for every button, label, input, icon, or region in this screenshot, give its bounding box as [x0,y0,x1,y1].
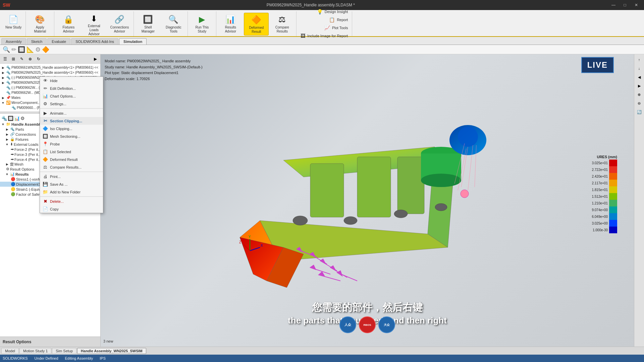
study-icon-3[interactable]: 📊 [14,116,20,121]
fixtures-advisor-button[interactable]: 🔒 Fixtures Advisor [56,13,80,36]
ctx-iso-clipping[interactable]: 🔷 Iso Clipping... [40,125,103,132]
external-loads-advisor-button[interactable]: ⬇ External Loads Advisor [82,13,106,36]
svg-text:X: X [261,244,263,247]
right-btn-5[interactable]: ⊕ [635,90,643,99]
external-loads-label: External Loads Advisor [84,24,104,36]
toolbar-icon-5[interactable]: ⚙ [35,46,41,53]
ctx-settings[interactable]: ⚙ Settings... [40,100,103,108]
right-btn-6[interactable]: ⊖ [635,99,643,107]
tree-item-assembly1[interactable]: ▶ 🔩 PM009661WN2025_Handle assembly<1> (P… [0,65,100,70]
shell-manager-button[interactable]: 🔲 Shell Manager [136,13,160,36]
fixtures-advisor-label: Fixtures Advisor [58,25,78,34]
right-btn-2[interactable]: ↓ [635,64,643,72]
svg-point-11 [435,203,447,211]
live-badge: LIVE [581,57,614,73]
bottom-tab-motion[interactable]: Motion Study 1 [19,348,51,354]
tab-addins[interactable]: SOLIDWORKS Add-Ins [71,38,118,45]
toolbar-icon-1[interactable]: 🔍 [3,46,10,53]
close-btn[interactable]: ✕ [631,2,641,8]
svg-rect-8 [397,157,424,214]
toolbar-icon-3[interactable]: 🔲 [18,46,25,53]
deformed-result-button[interactable]: 🔶 Deformed Result [244,13,269,36]
design-insight-icon: 💡 [317,9,323,14]
maximize-btn[interactable]: □ [620,2,630,8]
minimize-btn[interactable]: — [608,2,619,8]
panel-collapse-btn[interactable]: ▶ [92,55,99,63]
bottom-tab-handle[interactable]: Handle Assembly_WN2025_SWSIM [77,348,146,354]
legend-row: 1.210e+01 [583,200,617,206]
ctx-sep-2 [40,172,103,172]
right-btn-3[interactable]: ◀ [635,73,643,81]
ribbon: 📄 New Study 🎨 Apply Material 🔒 Fixtures … [0,10,644,37]
ctx-hide[interactable]: 👁 Hide [40,77,103,84]
study-icon-1[interactable]: 🔩 [1,116,7,121]
right-btn-7[interactable]: 🔄 [635,108,643,116]
bottom-tab-sim-setup[interactable]: Sim Setup [52,348,76,354]
ctx-add-folder[interactable]: 📁 Add to New Folder [40,188,103,196]
right-btn-1[interactable]: ↑ [635,56,643,64]
ctx-probe[interactable]: 📍 Probe [40,140,103,148]
fixtures-advisor-icon: 🔒 [63,14,74,25]
viewport[interactable]: Model name: PM009629WN2025_ Handle assem… [101,54,634,347]
statusbar-status2: Editing Assembly [65,356,93,360]
ctx-animate[interactable]: ▶ Animate... [40,109,103,117]
ctx-list-selected[interactable]: 📋 List Selected [40,148,103,156]
diagnostic-tools-button[interactable]: 🔍 Diagnostic Tools [161,13,185,36]
legend-value-label: 2.117e+01 [583,181,608,185]
ctx-print[interactable]: 🖨 Print... [40,173,103,180]
include-image-icon: 🖼 [301,33,305,39]
toolbar-icon-2[interactable]: ✏ [11,46,16,53]
run-study-icon: ▶ [197,14,207,25]
diagnostic-label: Diagnostic Tools [163,25,183,34]
ctx-settings-icon: ⚙ [43,101,48,106]
apply-material-button[interactable]: 🎨 Apply Material [28,13,52,36]
compare-results-button[interactable]: ⚖ Compare Results [270,13,294,36]
panel-btn-3[interactable]: ✎ [18,55,25,63]
ctx-chart-options[interactable]: 📊 Chart Options... [40,92,103,100]
legend-row: 9.074e+00 [583,206,617,213]
panel-btn-2[interactable]: ⊞ [10,55,17,63]
ctx-compare-results[interactable]: ⚖ Compare Results... [40,163,103,171]
study-icon-4[interactable]: ⚙ [20,116,25,121]
run-study-button[interactable]: ▶ Run This Study [190,13,214,36]
tab-simulation[interactable]: Simulation [119,38,147,45]
plot-tools-item[interactable]: 📈 Plot Tools [323,24,350,31]
svg-rect-7 [357,157,391,217]
study-icon-2[interactable]: 🔲 [8,116,13,121]
panel-btn-4[interactable]: ⊕ [26,55,34,63]
toolbar-icon-6[interactable]: 🔶 [42,46,49,53]
new-study-button[interactable]: 📄 New Study [3,13,23,36]
panel-btn-5[interactable]: ↻ [35,55,42,63]
legend-color-swatch [609,193,617,200]
ctx-section-clipping[interactable]: ✂ Section Clipping... [40,117,103,125]
report-label: Report [337,18,348,22]
design-insight-item[interactable]: 💡 Design Insight [316,8,350,15]
ctx-save-as[interactable]: 💾 Save As ... [40,180,103,188]
svg-marker-29 [310,265,316,269]
tab-assembly[interactable]: Assembly [1,38,26,45]
ribbon-advisors-group: 🔒 Fixtures Advisor ⬇ External Loads Advi… [54,11,134,36]
right-btn-4[interactable]: ▶ [635,82,643,90]
legend-row: 1.815e+01 [583,186,617,193]
ctx-deformed-result[interactable]: 🔶 Deformed Result [40,156,103,163]
include-image-item[interactable]: 🖼 Include Image for Report [299,33,349,39]
toolbar-icon-4[interactable]: 📐 [26,46,34,53]
3d-model: X Y Z [233,120,501,288]
tab-evaluate[interactable]: Evaluate [47,38,70,45]
tree-item-assembly2[interactable]: ▶ 🔩 PM009629WN2025_Handle assembly<1> (P… [0,70,100,75]
panel-btn-1[interactable]: ☰ [1,55,9,63]
secondary-toolbar: 🔍 ✏ 🔲 📐 ⚙ 🔶 [0,45,644,54]
bottom-tab-model[interactable]: Model [1,348,19,354]
ctx-copy[interactable]: 📄 Copy [40,205,103,213]
results-advisor-button[interactable]: 📊 Results Advisor [218,13,243,36]
tab-sketch[interactable]: Sketch [27,38,47,45]
result-options-label: Result Options [3,340,31,344]
report-item[interactable]: 📋 Report [328,16,349,23]
ctx-edit-definition[interactable]: ✏ Edit Definition... [40,84,103,92]
ctx-mesh-sectioning[interactable]: 🔲 Mesh Sectioning... [40,132,103,140]
color-legend: URES (mm) 3.025e+012.722e+012.420e+012.1… [583,155,617,233]
include-image-label: Include Image for Report [307,34,348,38]
connections-advisor-button[interactable]: 🔗 Connections Advisor [107,13,131,36]
ribbon-new-study-group: 📄 New Study [1,11,26,36]
ctx-delete[interactable]: ✖ Delete... [40,197,103,205]
